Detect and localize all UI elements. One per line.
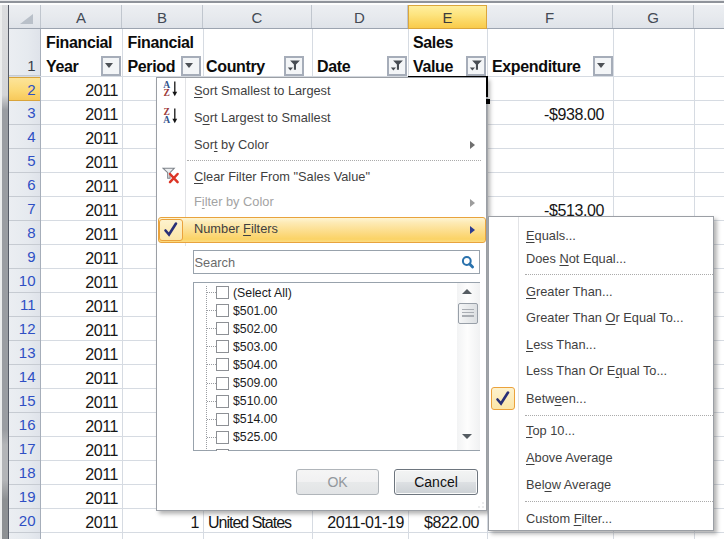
svg-text:A: A — [163, 114, 170, 124]
svg-text:Z: Z — [163, 87, 169, 97]
